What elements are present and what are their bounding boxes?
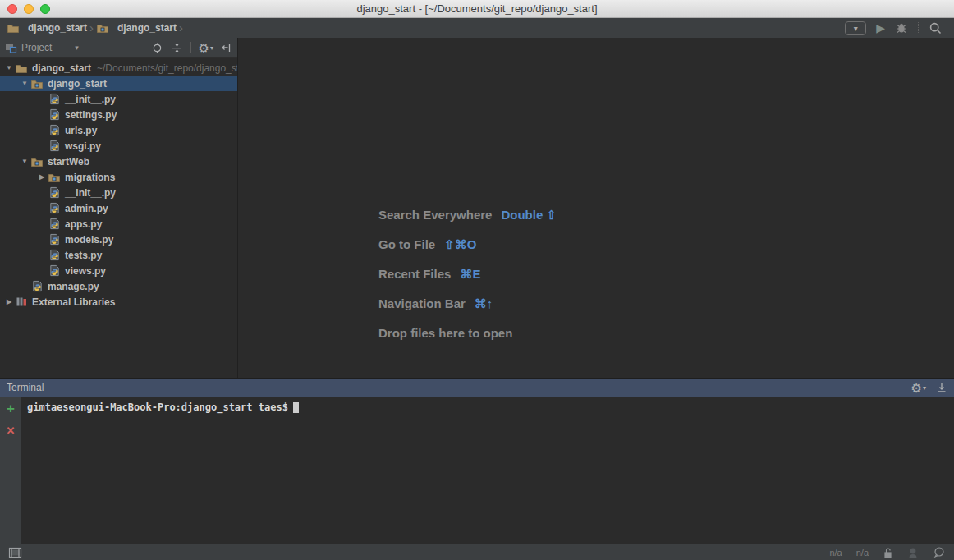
tree-row-migrations[interactable]: ▶ migrations	[0, 169, 237, 185]
tree-label: migrations	[65, 172, 115, 183]
python-file-icon	[48, 186, 61, 200]
python-file-icon	[48, 124, 61, 137]
terminal-body: + ✕ gimtaeseongui-MacBook-Pro:django_sta…	[0, 397, 954, 544]
project-settings-gear-icon[interactable]: ⚙ ▾	[199, 42, 213, 54]
python-file-icon	[48, 264, 61, 278]
search-everywhere-icon[interactable]	[929, 21, 943, 35]
expand-down-icon[interactable]: ▼	[19, 80, 30, 87]
editor-empty-hints: Search Everywhere Double ⇧ Go to File ⇧⌘…	[378, 206, 557, 354]
caret-position-widget[interactable]: n/a	[829, 548, 842, 558]
terminal-header-toolbar: ⚙ ▾	[911, 382, 947, 394]
tree-label: django_start	[48, 78, 107, 90]
tree-row-file[interactable]: admin.py	[0, 200, 237, 216]
breadcrumb-project[interactable]: django_start	[7, 18, 87, 38]
project-panel-toolbar: ⚙ ▾	[151, 42, 232, 54]
event-log-bubble-icon[interactable]	[933, 546, 946, 558]
chevron-down-icon: ▾	[210, 44, 213, 52]
tree-label: startWeb	[48, 156, 89, 168]
hector-inspections-icon[interactable]	[907, 547, 919, 558]
encoding-widget[interactable]: n/a	[856, 548, 869, 558]
python-file-icon	[48, 93, 61, 106]
python-file-icon	[48, 249, 61, 262]
tree-row-file[interactable]: apps.py	[0, 216, 237, 232]
tree-row-manage-py[interactable]: manage.py	[0, 278, 237, 294]
breadcrumb-label: django_start	[117, 22, 177, 34]
hide-panel-icon[interactable]	[221, 42, 232, 53]
tree-label: wsgi.py	[65, 140, 101, 152]
expand-right-icon[interactable]: ▶	[36, 173, 48, 181]
project-panel-title: Project	[21, 42, 52, 53]
tree-row-file[interactable]: models.py	[0, 232, 237, 247]
tree-label: apps.py	[65, 218, 102, 230]
run-configurations-dropdown[interactable]: ▾	[845, 21, 866, 35]
close-session-icon[interactable]: ✕	[7, 425, 16, 436]
tree-path-suffix: ~/Documents/git_repo/django_start	[97, 62, 237, 74]
project-tool-window: Project ▾ ⚙ ▾	[0, 38, 238, 378]
tree-row-file[interactable]: __init__.py	[0, 91, 237, 107]
expand-down-icon[interactable]: ▼	[19, 158, 30, 165]
hint-navigation-bar: Navigation Bar ⌘↑	[378, 295, 557, 312]
library-icon	[15, 296, 28, 309]
workspace: Project ▾ ⚙ ▾	[0, 38, 954, 378]
status-bar: n/a n/a	[0, 544, 954, 560]
tree-row-file[interactable]: tests.py	[0, 247, 237, 263]
unlock-readonly-icon[interactable]	[883, 547, 893, 558]
tree-row-file[interactable]: views.py	[0, 263, 237, 278]
hint-recent-files: Recent Files ⌘E	[378, 265, 557, 282]
tree-row-file[interactable]: settings.py	[0, 107, 237, 122]
tree-label: __init__.py	[65, 187, 116, 199]
tree-row-startweb[interactable]: ▼ startWeb	[0, 154, 237, 169]
expand-right-icon[interactable]: ▶	[3, 298, 15, 305]
tree-label: admin.py	[65, 203, 108, 214]
project-tool-window-icon	[5, 42, 17, 54]
chevron-down-icon: ▾	[854, 24, 858, 33]
navigation-bar: django_start › django_start › ▾ ▶	[0, 18, 954, 38]
project-panel-header: Project ▾ ⚙ ▾	[0, 38, 237, 58]
tree-label: manage.py	[48, 281, 99, 292]
tree-label: models.py	[65, 234, 113, 246]
source-folder-icon	[48, 171, 61, 184]
source-folder-icon	[30, 77, 44, 90]
tree-row-file[interactable]: urls.py	[0, 122, 237, 138]
terminal-settings-gear-icon[interactable]: ⚙ ▾	[911, 382, 926, 394]
window-title: django_start - [~/Documents/git_repo/dja…	[0, 2, 954, 15]
tree-label: External Libraries	[32, 296, 115, 308]
debug-bug-icon[interactable]	[895, 21, 908, 34]
pycharm-window: { "window": { "title": "django_start - […	[0, 0, 954, 560]
tree-row-file[interactable]: wsgi.py	[0, 138, 237, 154]
tree-label: settings.py	[65, 109, 117, 121]
statusbar-right: n/a n/a	[829, 546, 946, 558]
python-file-icon	[48, 202, 61, 215]
tree-row-project-root[interactable]: ▼ django_start ~/Documents/git_repo/djan…	[0, 60, 237, 76]
source-folder-icon	[96, 21, 109, 34]
breadcrumb-label: django_start	[28, 22, 87, 34]
project-tree: ▼ django_start ~/Documents/git_repo/djan…	[0, 58, 237, 310]
locate-file-icon[interactable]	[151, 42, 163, 54]
tree-label: urls.py	[65, 125, 97, 136]
new-session-plus-icon[interactable]: +	[7, 402, 15, 415]
tree-row-file[interactable]: __init__.py	[0, 185, 237, 200]
terminal-header[interactable]: Terminal ⚙ ▾	[0, 379, 954, 397]
chevron-right-icon: ›	[179, 21, 183, 34]
toggle-toolwindows-icon[interactable]	[8, 547, 22, 558]
run-button[interactable]: ▶	[876, 21, 885, 34]
breadcrumb-package[interactable]: django_start	[96, 18, 177, 38]
terminal-title: Terminal	[7, 382, 44, 393]
toolbar-separator	[190, 42, 191, 53]
collapse-all-icon[interactable]	[171, 42, 183, 54]
tree-row-external-libraries[interactable]: ▶ External Libraries	[0, 294, 237, 310]
python-file-icon	[48, 108, 61, 122]
terminal-console[interactable]: gimtaeseongui-MacBook-Pro:django_start t…	[21, 397, 954, 544]
tree-row-django-start-pkg[interactable]: ▼ django_start	[0, 76, 237, 91]
terminal-gutter: + ✕	[0, 397, 21, 544]
editor-area[interactable]: Search Everywhere Double ⇧ Go to File ⇧⌘…	[239, 38, 954, 378]
tree-label: tests.py	[65, 250, 102, 261]
hint-go-to-file: Go to File ⇧⌘O	[378, 236, 557, 253]
terminal-prompt: gimtaeseongui-MacBook-Pro:django_start t…	[27, 402, 288, 413]
project-views-dropdown-icon[interactable]: ▾	[75, 44, 79, 52]
chevron-right-icon: ›	[89, 21, 94, 34]
hide-terminal-icon[interactable]	[936, 382, 947, 393]
terminal-cursor	[293, 402, 299, 413]
expand-down-icon[interactable]: ▼	[3, 64, 15, 71]
hint-search-everywhere: Search Everywhere Double ⇧	[378, 206, 557, 223]
